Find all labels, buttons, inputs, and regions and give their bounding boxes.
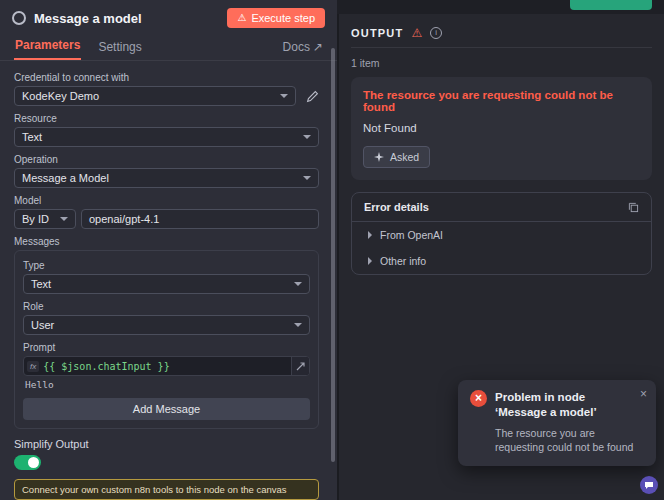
operation-label: Operation — [14, 154, 319, 165]
error-detail-row-label: Other info — [380, 255, 426, 267]
sparkle-icon — [374, 152, 384, 162]
message-type-label: Type — [23, 260, 310, 271]
upgrade-button-partial[interactable] — [570, 0, 652, 10]
help-chat-bubble[interactable] — [640, 476, 658, 494]
docs-label: Docs — [283, 40, 310, 54]
copy-icon — [628, 202, 639, 213]
model-label: Model — [14, 195, 319, 206]
info-circle-icon[interactable]: i — [430, 27, 442, 39]
edit-credential-button[interactable] — [306, 90, 319, 103]
error-toast: × Problem in node ‘Message a model’ × Th… — [458, 380, 656, 466]
credential-label: Credential to connect with — [14, 72, 319, 83]
chat-icon — [644, 481, 654, 490]
chevron-right-icon — [368, 231, 372, 239]
copy-error-button[interactable] — [628, 202, 639, 213]
resource-value: Text — [22, 131, 42, 143]
error-detail-row-other-info[interactable]: Other info — [352, 248, 651, 274]
warning-triangle-icon: ⚠ — [411, 27, 422, 39]
parameters-body: Credential to connect with KodeKey Demo … — [0, 61, 337, 500]
scrollbar-thumb[interactable] — [331, 48, 335, 462]
model-id-value: openai/gpt-4.1 — [89, 213, 159, 225]
pencil-icon — [306, 90, 319, 103]
node-title: Message a model — [34, 11, 142, 26]
chevron-down-icon — [303, 135, 311, 139]
model-mode-value: By ID — [22, 213, 49, 225]
ask-ai-button[interactable]: Asked — [363, 146, 430, 168]
tab-parameters[interactable]: Parameters — [14, 33, 81, 60]
message-role-value: User — [31, 319, 54, 331]
message-type-value: Text — [31, 278, 51, 290]
chevron-down-icon — [294, 323, 302, 327]
docs-link[interactable]: Docs ↗ — [283, 40, 323, 60]
ask-ai-label: Asked — [390, 151, 419, 163]
output-title: OUTPUT — [351, 27, 403, 39]
add-message-button[interactable]: Add Message — [23, 398, 310, 420]
error-detail-row-from-openai[interactable]: From OpenAI — [352, 222, 651, 248]
model-mode-select[interactable]: By ID — [14, 209, 76, 229]
resource-label: Resource — [14, 113, 319, 124]
chevron-down-icon — [60, 217, 68, 221]
output-header: OUTPUT ⚠ i — [351, 18, 652, 48]
message-role-select[interactable]: User — [23, 315, 310, 335]
prompt-label: Prompt — [23, 342, 310, 353]
item-count: 1 item — [351, 57, 652, 69]
toast-close-icon[interactable]: × — [640, 387, 647, 401]
prompt-expression-value: {{ $json.chatInput }} — [43, 361, 291, 372]
prompt-expression-input[interactable]: fx {{ $json.chatInput }} — [23, 356, 310, 376]
tab-settings[interactable]: Settings — [97, 35, 142, 60]
error-x-icon: × — [470, 390, 487, 407]
execute-step-label: Execute step — [251, 12, 315, 24]
error-detail-row-label: From OpenAI — [380, 229, 443, 241]
error-title: The resource you are requesting could no… — [363, 89, 640, 113]
error-details-card: Error details From OpenAI Other info — [351, 192, 652, 275]
messages-label: Messages — [14, 236, 319, 247]
simplify-output-toggle[interactable] — [14, 455, 41, 470]
error-details-title: Error details — [364, 201, 429, 213]
message-type-select[interactable]: Text — [23, 274, 310, 294]
resource-select[interactable]: Text — [14, 127, 319, 147]
expand-icon — [296, 362, 305, 371]
credential-value: KodeKey Demo — [22, 90, 99, 102]
fx-badge: fx — [27, 361, 39, 372]
open-expression-editor-button[interactable] — [291, 357, 309, 375]
node-icon — [12, 11, 26, 25]
expression-preview: Hello — [25, 379, 310, 390]
message-role-label: Role — [23, 301, 310, 312]
n8n-node-detail-view: Message a model ⚠ Execute step Parameter… — [0, 0, 664, 500]
toggle-knob — [28, 457, 39, 468]
node-header: Message a model ⚠ Execute step — [0, 0, 337, 30]
warning-icon: ⚠ — [237, 13, 246, 23]
chevron-down-icon — [303, 176, 311, 180]
chevron-down-icon — [294, 282, 302, 286]
parameters-panel: Message a model ⚠ Execute step Parameter… — [0, 0, 337, 500]
chevron-right-icon — [368, 257, 372, 265]
tools-notice: Connect your own custom n8n tools to thi… — [14, 479, 319, 500]
toast-title: Problem in node ‘Message a model’ — [495, 390, 644, 420]
model-id-input[interactable]: openai/gpt-4.1 — [81, 209, 319, 229]
error-card: The resource you are requesting could no… — [351, 77, 652, 180]
chevron-down-icon — [280, 94, 288, 98]
operation-value: Message a Model — [22, 172, 109, 184]
execute-step-button[interactable]: ⚠ Execute step — [227, 8, 325, 28]
error-subtitle: Not Found — [363, 122, 640, 134]
external-link-icon: ↗ — [313, 40, 323, 54]
toast-body: The resource you are requesting could no… — [495, 426, 644, 454]
panel-tabs: Parameters Settings Docs ↗ — [0, 33, 337, 61]
messages-group: Type Text Role User Prompt fx {{ $json.c… — [14, 250, 319, 429]
simplify-output-label: Simplify Output — [14, 438, 319, 450]
operation-select[interactable]: Message a Model — [14, 168, 319, 188]
credential-select[interactable]: KodeKey Demo — [14, 86, 296, 106]
